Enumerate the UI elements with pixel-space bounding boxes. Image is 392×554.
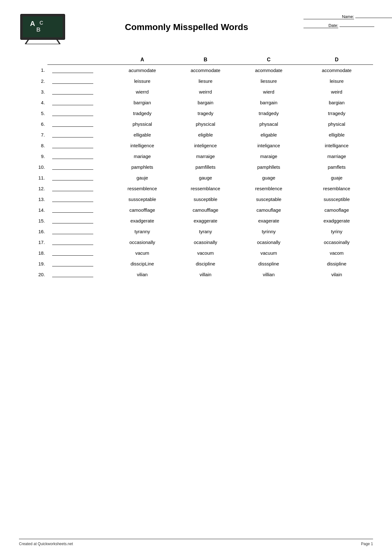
- cell-d: resemblance: [300, 183, 373, 194]
- page: A C B Commonly Misspelled Words Name: Da…: [0, 0, 392, 554]
- answer-blank: [52, 153, 93, 159]
- row-number: 2.: [19, 76, 47, 86]
- cell-c: guage: [237, 172, 300, 183]
- row-number: 9.: [19, 151, 47, 161]
- answer-cell: [47, 161, 111, 172]
- table-row: 3.wierrdweirrdwierdweird: [19, 86, 373, 97]
- row-number: 14.: [19, 204, 47, 215]
- date-field: Date:: [303, 23, 373, 28]
- answer-cell: [47, 86, 111, 97]
- row-number: 6.: [19, 119, 47, 129]
- table-row: 19.disscipLinedisciplinedisssplinedissip…: [19, 258, 373, 269]
- cell-b: tragedy: [174, 108, 237, 119]
- svg-text:C: C: [40, 20, 43, 26]
- cell-a: physsical: [111, 119, 174, 129]
- cell-b: inteligence: [174, 140, 237, 151]
- cell-b: villain: [174, 269, 237, 280]
- svg-line-2: [25, 40, 28, 44]
- cell-c: camouflage: [237, 204, 300, 215]
- title-area: Commonly Misspelled Words: [70, 13, 303, 32]
- row-number: 3.: [19, 86, 47, 97]
- cell-c: ocasionally: [237, 237, 300, 247]
- cell-c: inteligance: [237, 140, 300, 151]
- cell-a: tradgedy: [111, 108, 174, 119]
- cell-a: disscipLine: [111, 258, 174, 269]
- answer-cell: [47, 258, 111, 269]
- answer-blank: [52, 164, 93, 170]
- cell-a: pamphlets: [111, 161, 174, 172]
- answer-cell: [47, 151, 111, 161]
- answer-cell: [47, 226, 111, 237]
- cell-a: tyranny: [111, 226, 174, 237]
- cell-a: vacum: [111, 247, 174, 258]
- table-row: 9.mariagemarraigemaraigemarriage: [19, 151, 373, 161]
- svg-text:A: A: [30, 20, 35, 27]
- cell-a: camoofflage: [111, 204, 174, 215]
- answer-blank: [52, 218, 93, 223]
- answer-cell: [47, 237, 111, 247]
- answer-cell: [47, 76, 111, 86]
- row-number: 11.: [19, 172, 47, 183]
- answer-blank: [52, 250, 93, 256]
- cell-d: exadggerate: [300, 215, 373, 226]
- cell-b: tyrany: [174, 226, 237, 237]
- col-d: D: [300, 55, 373, 65]
- page-title: Commonly Misspelled Words: [70, 22, 303, 32]
- answer-blank: [52, 110, 93, 116]
- table-row: 17.occasionallyocasoinallyocasionallyocc…: [19, 237, 373, 247]
- answer-cell: [47, 215, 111, 226]
- cell-c: tyrinny: [237, 226, 300, 237]
- cell-a: exadgerate: [111, 215, 174, 226]
- cell-d: dissipline: [300, 258, 373, 269]
- cell-b: liesure: [174, 76, 237, 86]
- answer-cell: [47, 140, 111, 151]
- cell-c: villian: [237, 269, 300, 280]
- cell-c: liessure: [237, 76, 300, 86]
- answer-cell: [47, 172, 111, 183]
- answer-blank: [52, 261, 93, 266]
- answer-blank: [52, 239, 93, 245]
- cell-c: vacuum: [237, 247, 300, 258]
- answer-cell: [47, 97, 111, 108]
- cell-a: barrgian: [111, 97, 174, 108]
- cell-d: physical: [300, 119, 373, 129]
- table-row: 8.intelligenceinteligenceinteliganceinte…: [19, 140, 373, 151]
- cell-b: pamfillets: [174, 161, 237, 172]
- cell-d: intelligance: [300, 140, 373, 151]
- answer-blank: [52, 78, 93, 84]
- row-number: 15.: [19, 215, 47, 226]
- cell-b: bargain: [174, 97, 237, 108]
- row-number: 7.: [19, 129, 47, 140]
- cell-b: ressemblance: [174, 183, 237, 194]
- table-row: 13.sussceptablesusceptiblesusceptablesus…: [19, 194, 373, 204]
- row-number: 12.: [19, 183, 47, 194]
- answer-blank: [52, 89, 93, 94]
- cell-d: pamflets: [300, 161, 373, 172]
- cell-b: accommodate: [174, 65, 237, 76]
- answer-cell: [47, 194, 111, 204]
- row-number: 20.: [19, 269, 47, 280]
- col-a: A: [111, 55, 174, 65]
- cell-b: weirrd: [174, 86, 237, 97]
- cell-a: elligable: [111, 129, 174, 140]
- answer-cell: [47, 65, 111, 76]
- table-row: 11.gaujegaugeguageguaje: [19, 172, 373, 183]
- cell-c: barrgain: [237, 97, 300, 108]
- answer-cell: [47, 119, 111, 129]
- col-b: B: [174, 55, 237, 65]
- table-row: 20.vilianvillainvillianvilain: [19, 269, 373, 280]
- cell-a: occasionally: [111, 237, 174, 247]
- cell-d: elligible: [300, 129, 373, 140]
- header-area: A C B Commonly Misspelled Words Name: Da…: [19, 13, 373, 46]
- cell-a: gauje: [111, 172, 174, 183]
- cell-a: mariage: [111, 151, 174, 161]
- cell-a: ressemblence: [111, 183, 174, 194]
- svg-text:B: B: [36, 27, 40, 33]
- table-row: 18.vacumvacoumvacuumvacom: [19, 247, 373, 258]
- col-answer: [47, 55, 111, 65]
- worksheet-table: A B C D 1.acummodateaccommodateacommodat…: [19, 55, 373, 280]
- cell-b: gauge: [174, 172, 237, 183]
- row-number: 5.: [19, 108, 47, 119]
- answer-cell: [47, 108, 111, 119]
- cell-a: intelligence: [111, 140, 174, 151]
